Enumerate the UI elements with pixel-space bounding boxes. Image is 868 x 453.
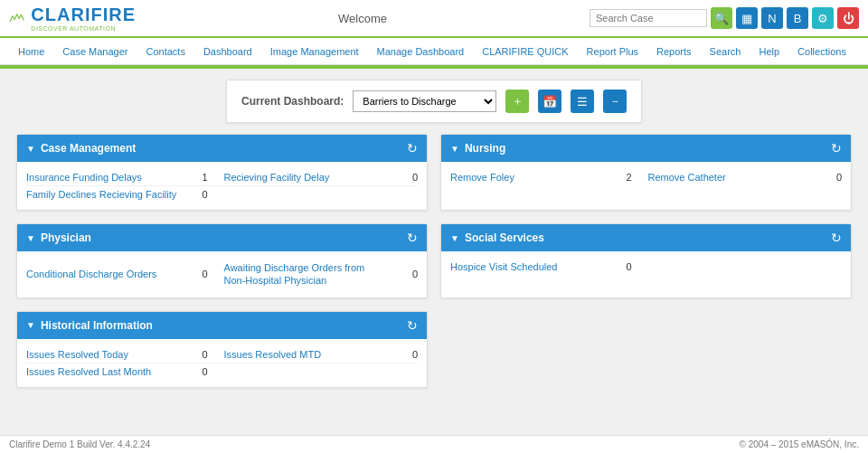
- case-management-header: ▼ Case Management ↻: [17, 135, 427, 162]
- historical-header: ▼ Historical Information ↻: [17, 312, 427, 339]
- top-bar: CLARIFIRE DISCOVER AUTOMATION Welcome 🔍 …: [0, 0, 868, 38]
- logo-sub: DISCOVER AUTOMATION: [31, 25, 136, 32]
- nav-search[interactable]: Search: [701, 41, 750, 62]
- case-management-panel: ▼ Case Management ↻ Insurance Funding De…: [16, 134, 428, 211]
- dashboard-select[interactable]: Barriers to Discharge All Cases My Cases: [353, 90, 496, 112]
- social-services-title: Social Services: [465, 231, 544, 244]
- nav-bar: Home Case Manager Contacts Dashboard Ima…: [0, 38, 868, 65]
- nav-dashboard[interactable]: Dashboard: [194, 41, 261, 62]
- issues-resolved-last-month-value: 0: [193, 366, 221, 377]
- hospice-visit-label[interactable]: Hospice Visit Scheduled: [450, 261, 614, 272]
- search-area: 🔍 ▦ N B ⚙ ⏻: [590, 7, 859, 29]
- remove-foley-label[interactable]: Remove Foley: [450, 172, 614, 183]
- b-icon-button[interactable]: B: [787, 7, 808, 29]
- conditional-discharge-value: 0: [193, 269, 221, 279]
- hospice-visit-value: 0: [618, 261, 645, 272]
- conditional-discharge-label[interactable]: Conditional Discharge Orders: [26, 269, 190, 279]
- social-services-body: Hospice Visit Scheduled 0: [441, 251, 851, 282]
- awaiting-discharge-label[interactable]: Awaiting Discharge Orders from Non-Hospi…: [224, 261, 388, 288]
- remove-foley-value: 2: [618, 172, 645, 183]
- dashboard-list-button[interactable]: ☰: [571, 90, 594, 113]
- table-row: Issues Resolved Last Month 0: [26, 363, 418, 380]
- n-icon-button[interactable]: N: [761, 7, 783, 29]
- nav-manage-dashboard[interactable]: Manage Dashboard: [368, 41, 474, 62]
- main-content: ▼ Case Management ↻ Insurance Funding De…: [0, 134, 868, 404]
- grid-icon-button[interactable]: ▦: [736, 7, 758, 29]
- nursing-body: Remove Foley 2 Remove Catheter 0: [441, 162, 851, 193]
- nursing-refresh[interactable]: ↻: [831, 141, 842, 156]
- nav-collections[interactable]: Collections: [788, 41, 855, 62]
- issues-resolved-last-month-label[interactable]: Issues Resolved Last Month: [26, 366, 190, 377]
- physician-refresh[interactable]: ↻: [407, 231, 418, 245]
- share-icon-button[interactable]: ⚙: [812, 7, 834, 29]
- power-icon-button[interactable]: ⏻: [837, 7, 859, 29]
- logo-icon: [9, 5, 25, 32]
- nav-clarifire-quick[interactable]: CLARIFIRE QUICK: [473, 41, 577, 62]
- nav-image-management[interactable]: Image Management: [261, 41, 368, 62]
- dashboard-label: Current Dashboard:: [241, 95, 344, 108]
- historical-title: Historical Information: [41, 319, 153, 332]
- search-input[interactable]: [590, 9, 707, 27]
- logo-area: CLARIFIRE DISCOVER AUTOMATION: [9, 5, 136, 32]
- case-management-refresh[interactable]: ↻: [407, 141, 418, 156]
- nav-case-manager[interactable]: Case Manager: [53, 41, 137, 62]
- nav-contacts[interactable]: Contacts: [137, 41, 194, 62]
- table-row: Hospice Visit Scheduled 0: [450, 259, 842, 275]
- historical-body: Issues Resolved Today 0 Issues Resolved …: [17, 339, 427, 387]
- nursing-title: Nursing: [465, 142, 505, 155]
- historical-refresh[interactable]: ↻: [407, 318, 418, 333]
- case-management-body: Insurance Funding Delays 1 Recieving Fac…: [17, 162, 427, 210]
- nav-home[interactable]: Home: [9, 41, 53, 62]
- insurance-funding-delays-value: 1: [193, 172, 221, 183]
- logo-text: CLARIFIRE: [31, 5, 136, 25]
- physician-body: Conditional Discharge Orders 0 Awaiting …: [17, 251, 427, 297]
- issues-resolved-today-label[interactable]: Issues Resolved Today: [26, 349, 190, 360]
- awaiting-discharge-value: 0: [391, 269, 418, 279]
- remove-catheter-value: 0: [815, 172, 842, 183]
- physician-header: ▼ Physician ↻: [17, 224, 427, 251]
- dashboard-add-button[interactable]: ＋: [505, 90, 529, 113]
- family-declines-value: 0: [193, 189, 221, 200]
- dashboard-calendar-button[interactable]: 📅: [538, 90, 561, 113]
- insurance-funding-delays-label[interactable]: Insurance Funding Delays: [26, 172, 190, 183]
- table-row: Conditional Discharge Orders 0 Awaiting …: [26, 259, 418, 290]
- social-services-header: ▼ Social Services ↻: [441, 224, 851, 251]
- nav-report-plus[interactable]: Report Plus: [578, 41, 647, 62]
- issues-resolved-mtd-value: 0: [391, 349, 418, 360]
- nav-help[interactable]: Help: [750, 41, 788, 62]
- nursing-header: ▼ Nursing ↻: [441, 135, 851, 162]
- dashboard-bar: Current Dashboard: Barriers to Discharge…: [226, 80, 642, 123]
- historical-panel: ▼ Historical Information ↻ Issues Resolv…: [16, 311, 428, 388]
- nursing-chevron[interactable]: ▼: [450, 144, 459, 154]
- recieving-facility-delay-value: 0: [391, 172, 418, 183]
- physician-panel: ▼ Physician ↻ Conditional Discharge Orde…: [16, 223, 428, 298]
- remove-catheter-label[interactable]: Remove Catheter: [648, 172, 812, 183]
- social-services-panel: ▼ Social Services ↻ Hospice Visit Schedu…: [440, 223, 852, 298]
- nursing-panel: ▼ Nursing ↻ Remove Foley 2 Remove Cathet…: [440, 134, 852, 211]
- nav-reports[interactable]: Reports: [647, 41, 701, 62]
- case-management-chevron[interactable]: ▼: [26, 144, 35, 154]
- historical-chevron[interactable]: ▼: [26, 320, 35, 330]
- welcome-text: Welcome: [136, 12, 590, 25]
- physician-chevron[interactable]: ▼: [26, 233, 35, 243]
- case-management-title: Case Management: [41, 142, 136, 155]
- physician-title: Physician: [41, 231, 91, 244]
- dashboard-minus-button[interactable]: －: [603, 90, 627, 113]
- table-row: Insurance Funding Delays 1 Recieving Fac…: [26, 169, 418, 186]
- social-services-refresh[interactable]: ↻: [831, 231, 842, 245]
- table-row: Issues Resolved Today 0 Issues Resolved …: [26, 346, 418, 363]
- recieving-facility-delay-label[interactable]: Recieving Facility Delay: [224, 172, 388, 183]
- table-row: Family Declines Recieving Facility 0: [26, 186, 418, 203]
- table-row: Remove Foley 2 Remove Catheter 0: [450, 169, 842, 185]
- issues-resolved-today-value: 0: [193, 349, 221, 360]
- issues-resolved-mtd-label[interactable]: Issues Resolved MTD: [224, 349, 388, 360]
- social-services-chevron[interactable]: ▼: [450, 233, 459, 243]
- family-declines-label[interactable]: Family Declines Recieving Facility: [26, 189, 190, 200]
- accent-line: [0, 65, 868, 69]
- search-button[interactable]: 🔍: [711, 7, 732, 29]
